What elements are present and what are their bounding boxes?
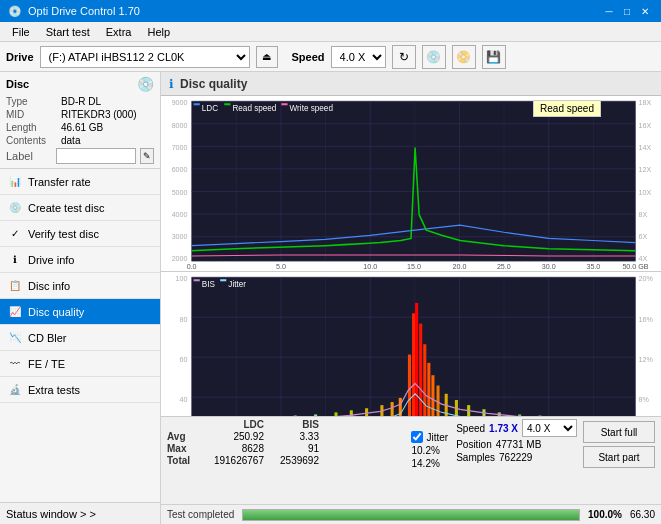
svg-text:2000: 2000	[172, 255, 188, 263]
write-icon-btn[interactable]: 📀	[452, 45, 476, 69]
speed-row: Speed 1.73 X 4.0 X	[456, 419, 577, 437]
minimize-button[interactable]: ─	[601, 3, 617, 19]
svg-text:35.0: 35.0	[586, 263, 600, 271]
svg-text:0.0: 0.0	[187, 263, 197, 271]
title-bar-controls: ─ □ ✕	[601, 3, 653, 19]
svg-rect-82	[391, 403, 394, 416]
svg-rect-85	[412, 314, 415, 416]
svg-text:15.0: 15.0	[407, 263, 421, 271]
sidebar-item-label: Disc quality	[28, 306, 84, 318]
transfer-rate-icon: 📊	[8, 175, 22, 189]
svg-text:80: 80	[180, 316, 188, 324]
speed-chart-svg: LDC Read speed Write speed 9000 8000 700…	[161, 96, 661, 271]
disc-type-label: Type	[6, 96, 61, 107]
svg-text:8%: 8%	[639, 396, 650, 404]
jitter-max-row: 14.2%	[411, 458, 448, 469]
disc-icon-btn[interactable]: 💿	[422, 45, 446, 69]
position-val: 47731 MB	[496, 439, 542, 450]
sidebar-item-drive-info[interactable]: ℹ Drive info	[0, 247, 160, 273]
stats-avg-row: Avg 250.92 3.33	[167, 431, 407, 442]
progress-bar-fill	[243, 510, 579, 520]
verify-test-disc-icon: ✓	[8, 227, 22, 241]
samples-row: Samples 762229	[456, 452, 577, 463]
drive-toolbar: Drive (F:) ATAPI iHBS112 2 CL0K ⏏ Speed …	[0, 42, 661, 72]
jitter-checkbox[interactable]	[411, 431, 423, 443]
drive-select[interactable]: (F:) ATAPI iHBS112 2 CL0K	[40, 46, 250, 68]
samples-label: Samples	[456, 452, 495, 463]
status-percent: 100.0%	[588, 509, 622, 520]
svg-text:6000: 6000	[172, 166, 188, 174]
start-full-button[interactable]: Start full	[583, 421, 655, 443]
svg-text:14X: 14X	[639, 144, 652, 152]
svg-rect-80	[365, 409, 368, 416]
menu-help[interactable]: Help	[139, 24, 178, 40]
svg-rect-78	[334, 413, 337, 416]
sidebar-item-verify-test-disc[interactable]: ✓ Verify test disc	[0, 221, 160, 247]
sidebar-item-label: Create test disc	[28, 202, 104, 214]
disc-type-value: BD-R DL	[61, 96, 101, 107]
sidebar-item-disc-info[interactable]: 📋 Disc info	[0, 273, 160, 299]
sidebar-item-transfer-rate[interactable]: 📊 Transfer rate	[0, 169, 160, 195]
stats-total-bis: 2539692	[272, 455, 327, 466]
sidebar-item-cd-bler[interactable]: 📉 CD Bler	[0, 325, 160, 351]
stats-footer: LDC BIS Avg 250.92 3.33 Max 8628 91 Tota…	[161, 416, 661, 504]
refresh-button[interactable]: ↻	[392, 45, 416, 69]
svg-text:4000: 4000	[172, 211, 188, 219]
sidebar-item-extra-tests[interactable]: 🔬 Extra tests	[0, 377, 160, 403]
menu-file[interactable]: File	[4, 24, 38, 40]
svg-rect-97	[518, 415, 521, 416]
svg-text:12X: 12X	[639, 166, 652, 174]
chart-title: Disc quality	[180, 77, 247, 91]
save-button[interactable]: 💾	[482, 45, 506, 69]
svg-text:6X: 6X	[639, 233, 648, 241]
stats-ldc-header: LDC	[207, 419, 272, 430]
jitter-avg-row: 10.2%	[411, 445, 448, 456]
status-window-label: Status window > >	[6, 508, 96, 520]
status-window-button[interactable]: Status window > >	[0, 502, 160, 524]
start-part-button[interactable]: Start part	[583, 446, 655, 468]
speed-text-label: Speed	[456, 423, 485, 434]
menu-start-test[interactable]: Start test	[38, 24, 98, 40]
svg-text:10.0: 10.0	[363, 263, 377, 271]
stats-total-row: Total 191626767 2539692	[167, 455, 407, 466]
svg-rect-20	[194, 103, 200, 105]
disc-info-icon: 📋	[8, 279, 22, 293]
menu-extra[interactable]: Extra	[98, 24, 140, 40]
disc-label-input[interactable]	[56, 148, 136, 164]
read-speed-tooltip: Read speed	[533, 100, 601, 117]
extra-tests-icon: 🔬	[8, 383, 22, 397]
sidebar-item-fe-te[interactable]: 〰 FE / TE	[0, 351, 160, 377]
sidebar-item-label: Extra tests	[28, 384, 80, 396]
disc-contents-label: Contents	[6, 135, 61, 146]
stats-bis-header: BIS	[272, 419, 327, 430]
disc-panel-header: Disc 💿	[6, 76, 154, 92]
fe-te-icon: 〰	[8, 357, 22, 371]
stats-max-label: Max	[167, 443, 207, 454]
status-bar: Test completed 100.0% 66.30	[161, 504, 661, 524]
disc-label-edit-button[interactable]: ✎	[140, 148, 154, 164]
svg-text:Write speed: Write speed	[290, 104, 334, 113]
sidebar: Disc 💿 Type BD-R DL MID RITEKDR3 (000) L…	[0, 72, 161, 524]
disc-panel-title: Disc	[6, 78, 29, 90]
jitter-row: Jitter	[411, 431, 448, 443]
sidebar-item-label: Disc info	[28, 280, 70, 292]
jitter-section: Jitter 10.2% 14.2%	[411, 419, 448, 469]
disc-mid-value: RITEKDR3 (000)	[61, 109, 137, 120]
app-icon: 💿	[8, 5, 22, 18]
cd-bler-icon: 📉	[8, 331, 22, 345]
content-area: ℹ Disc quality Read speed	[161, 72, 661, 524]
stats-speed-select[interactable]: 4.0 X	[522, 419, 577, 437]
svg-text:30.0: 30.0	[542, 263, 556, 271]
speed-select[interactable]: 4.0 X 1.0 X 2.0 X 8.0 X	[331, 46, 386, 68]
sidebar-item-disc-quality[interactable]: 📈 Disc quality	[0, 299, 160, 325]
sidebar-item-label: Drive info	[28, 254, 74, 266]
eject-button[interactable]: ⏏	[256, 46, 278, 68]
maximize-button[interactable]: □	[619, 3, 635, 19]
disc-label-label: Label	[6, 150, 52, 162]
position-label: Position	[456, 439, 492, 450]
status-extra-val: 66.30	[630, 509, 655, 520]
stats-total-ldc: 191626767	[207, 455, 272, 466]
sidebar-item-create-test-disc[interactable]: 💿 Create test disc	[0, 195, 160, 221]
svg-text:5000: 5000	[172, 189, 188, 197]
close-button[interactable]: ✕	[637, 3, 653, 19]
